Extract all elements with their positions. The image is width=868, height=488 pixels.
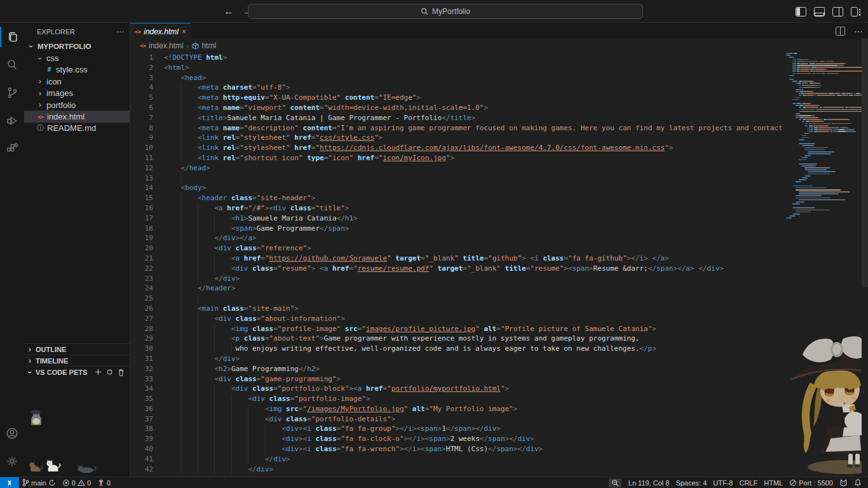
code-line-24[interactable]: 24 </header> [130,283,786,294]
code-line-42[interactable]: 42 </div> [130,464,786,475]
breadcrumb-symbol[interactable]: html [201,41,216,50]
add-pet-icon[interactable] [95,369,102,376]
code-line-17[interactable]: 17 <h1>Samuele Maria Catania</h1> [130,214,786,224]
explorer-more-actions-icon[interactable]: ⋯ [116,27,125,36]
problems-status[interactable]: 0 0 [59,477,94,488]
live-server-port-status[interactable]: Port : 5500 [786,477,836,488]
extensions-activity-icon[interactable] [0,135,24,163]
code-line-29[interactable]: 29 <p class="about-text">Game programmer… [130,334,786,344]
code-line-23[interactable]: 23 </div> [130,274,786,284]
close-tab-icon[interactable]: × [182,27,186,36]
run-debug-activity-icon[interactable] [0,107,24,135]
broadcast-status[interactable]: 0 [94,477,114,488]
code-line-39[interactable]: 39 <div><i class="fa fa-clock-o"></i><sp… [130,434,786,444]
throw-ball-icon[interactable] [107,369,112,375]
line-number: 39 [130,434,153,444]
outline-section[interactable]: › OUTLINE [24,343,130,355]
breadcrumb-file[interactable]: index.html [149,41,184,50]
pet-totoro[interactable] [28,407,44,428]
pets-status-item[interactable] [836,477,851,488]
remote-indicator[interactable] [0,477,19,488]
encoding-status[interactable]: UTF-8 [710,477,736,488]
code-line-4[interactable]: 4 <meta charset="utf-8"> [130,83,786,93]
search-activity-icon[interactable] [0,51,24,79]
code-line-32[interactable]: 32 <h2>Game Programming</h2> [130,364,786,374]
pet-grey-cat[interactable] [77,464,97,475]
zoom-indicator[interactable] [609,478,621,487]
code-line-40[interactable]: 40 <div><i class="fa fa-wrench"></i><spa… [130,444,786,454]
code-line-30[interactable]: 30 who enjoys writing effective, well-or… [130,344,786,354]
toggle-primary-sidebar-icon[interactable] [796,7,806,17]
code-line-15[interactable]: 15 <header class="site-header"> [130,193,786,203]
tree-item-portfolio[interactable]: ›portfolio [24,99,130,111]
code-line-9[interactable]: 9 <link rel="stylesheet" href="css/style… [130,133,786,143]
account-icon[interactable] [0,419,24,447]
code-line-1[interactable]: 1<!DOCTYPE html> [130,53,786,63]
command-center-search[interactable]: MyPortfolio [248,4,643,19]
tree-item-README-md[interactable]: ⓘREADME.md [24,123,130,134]
line-number: 24 [130,283,153,294]
tree-item-index-html[interactable]: <>index.html [24,111,130,122]
code-line-34[interactable]: 34 <div class="portfolio-block"><a href=… [130,384,786,394]
code-line-6[interactable]: 6 <meta name="viewport" content="width=d… [130,103,786,113]
toggle-panel-icon[interactable] [814,7,825,17]
pet-brown-cat[interactable] [28,460,44,475]
split-editor-icon[interactable] [836,27,845,36]
code-line-33[interactable]: 33 <div class="game-programming"> [130,374,786,384]
customize-layout-icon[interactable] [851,7,862,17]
editor-scrollbar[interactable] [862,38,868,287]
code-line-20[interactable]: 20 <div class="reference"> [130,243,786,254]
pet-white-dog[interactable] [44,459,62,475]
code-area[interactable]: 1<!DOCTYPE html>2<html>3 <head>4 <meta c… [130,52,868,477]
code-line-21[interactable]: 21 <a href="https://github.com/Soramuele… [130,254,786,264]
tree-item-root[interactable]: ›MYPORTFOLIO [24,41,130,52]
code-line-22[interactable]: 22 <div class="resume"> <a href="resume/… [130,264,786,274]
editor-more-actions-icon[interactable]: ⋯ [854,26,863,36]
code-line-14[interactable]: 14 <body> [130,183,786,193]
cursor-position-status[interactable]: Ln 119, Col 8 [625,477,673,488]
tree-item-images[interactable]: ›images [24,88,130,99]
code-line-2[interactable]: 2<html> [130,63,786,73]
code-line-8[interactable]: 8 <meta name="description" content="I'm … [130,123,786,133]
notifications-item[interactable] [851,477,868,488]
source-control-activity-icon[interactable] [0,79,24,107]
timeline-section[interactable]: › TIMELINE [24,355,130,366]
tree-item-icon[interactable]: ›icon [24,76,130,87]
code-line-26[interactable]: 26 <main class="site-main"> [130,304,786,314]
code-line-7[interactable]: 7 <title>Samuele Maria Catania | Game Pr… [130,113,786,123]
code-line-41[interactable]: 41 </div> [130,454,786,464]
tab-index-html[interactable]: <> index.html × [130,23,191,39]
tree-item-css[interactable]: ›css [24,52,130,64]
code-line-11[interactable]: 11 <link rel="shortcut icon" type="icon"… [130,153,786,163]
code-line-12[interactable]: 12 </head> [130,163,786,173]
indentation-status[interactable]: Spaces: 4 [672,477,710,488]
vscode-pets-section[interactable]: › VS CODE PETS [24,366,130,377]
code-line-37[interactable]: 37 <div class="portfolio-details"> [130,414,786,424]
code-line-3[interactable]: 3 <head> [130,73,786,83]
code-line-38[interactable]: 38 <div><i class="fa fa-group"></i><span… [130,424,786,434]
eol-status[interactable]: CRLF [736,477,761,488]
code-line-27[interactable]: 27 <div class="about-information"> [130,314,786,324]
code-line-13[interactable]: 13 [130,173,786,184]
code-line-19[interactable]: 19 </div></a> [130,233,786,243]
code-lines[interactable]: 1<!DOCTYPE html>2<html>3 <head>4 <meta c… [130,53,786,477]
settings-gear-icon[interactable] [0,447,24,475]
code-line-10[interactable]: 10 <link rel="stylesheet" href="https://… [130,143,786,153]
activity-bar [0,23,24,477]
code-line-18[interactable]: 18 <span>Game Programmer</span> [130,224,786,234]
line-number: 29 [130,334,153,344]
nav-back-icon[interactable]: ← [224,6,234,17]
code-line-28[interactable]: 28 <img class="profile-image" src="image… [130,324,786,334]
code-line-16[interactable]: 16 <a href="/#"><div class="title"> [130,203,786,214]
tree-item-style-css[interactable]: #style.css [24,64,130,76]
code-line-31[interactable]: 31 </div> [130,354,786,364]
language-mode-status[interactable]: HTML [761,477,786,488]
git-branch-status[interactable]: main [19,477,59,488]
explorer-activity-icon[interactable] [0,23,24,51]
code-line-36[interactable]: 36 <img src="/images/MyPortfolio.jpg" al… [130,404,786,414]
code-line-5[interactable]: 5 <meta http-equiv="X-UA-Compatible" con… [130,93,786,103]
code-line-25[interactable]: 25 [130,294,786,304]
code-line-35[interactable]: 35 <div class="portfolio-image"> [130,394,786,404]
toggle-secondary-sidebar-icon[interactable] [832,7,843,17]
remove-pets-trash-icon[interactable] [118,369,125,376]
